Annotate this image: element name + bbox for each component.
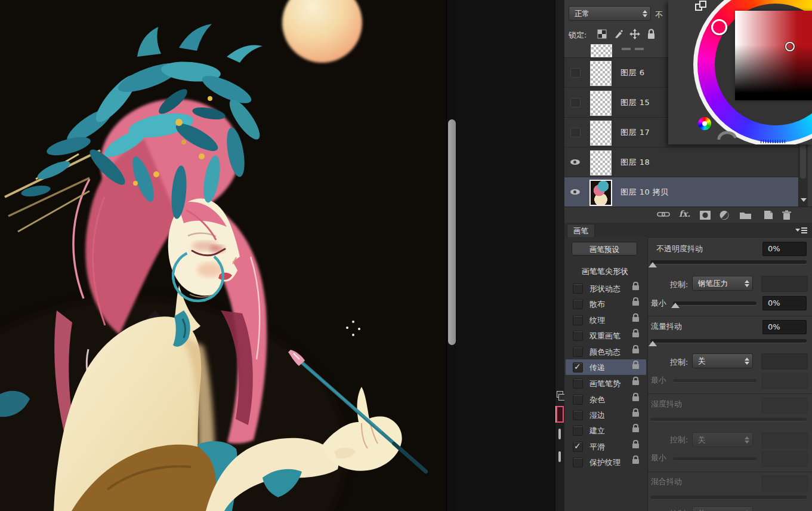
dock-grip[interactable]: [558, 451, 561, 462]
slider-handle[interactable]: [649, 341, 657, 346]
opacity-jitter-slider[interactable]: [650, 260, 807, 264]
dynamics-item[interactable]: 颜色动态: [566, 344, 646, 359]
new-group-folder-icon[interactable]: [739, 210, 752, 220]
lock-icon[interactable]: [632, 317, 639, 322]
lock-icon[interactable]: [632, 427, 639, 432]
clipped-layer-thumbnail[interactable]: [591, 44, 612, 57]
dynamics-item[interactable]: 纹理: [566, 312, 646, 328]
minimum-label: 最小: [651, 452, 666, 463]
dynamics-item[interactable]: 散布: [566, 296, 646, 312]
updown-arrows-icon: [745, 280, 749, 287]
layer-row-selected[interactable]: 图层 10 拷贝: [564, 177, 808, 207]
layer-thumbnail-artwork[interactable]: [589, 180, 612, 206]
lock-icon[interactable]: [632, 301, 639, 306]
layer-thumbnail[interactable]: [590, 61, 612, 86]
mix-jitter-label: 混合抖动: [651, 476, 682, 487]
visibility-toggle[interactable]: [570, 68, 581, 78]
dynamics-item[interactable]: 杂色: [566, 392, 646, 407]
lock-all-icon[interactable]: [646, 28, 656, 40]
layers-footer-bar: fx.: [564, 207, 812, 223]
slider-handle[interactable]: [649, 262, 657, 267]
layer-row[interactable]: 图层 18: [564, 147, 808, 177]
layer-thumbnail[interactable]: [590, 121, 612, 146]
dynamics-item[interactable]: 建立: [566, 423, 646, 438]
wetness-slider-disabled: [650, 418, 807, 421]
scroll-down-arrow-icon[interactable]: [801, 198, 807, 202]
canvas-scrollbar-thumb[interactable]: [448, 119, 456, 345]
flow-jitter-slider[interactable]: [650, 339, 807, 343]
layer-name: 图层 15: [620, 97, 650, 108]
lock-icon[interactable]: [632, 444, 639, 448]
blend-mode-value: 正常: [575, 9, 589, 18]
new-layer-icon[interactable]: [763, 210, 774, 220]
minimum-slider[interactable]: [673, 301, 757, 305]
brush-presets-button[interactable]: 画笔预设: [572, 242, 637, 256]
flow-jitter-value[interactable]: 0%: [762, 320, 807, 334]
dynamics-item[interactable]: 湿边: [566, 407, 646, 423]
hue-selector[interactable]: [711, 19, 727, 35]
canvas-viewport[interactable]: [0, 0, 446, 511]
layer-thumbnail[interactable]: [590, 150, 612, 176]
checkbox[interactable]: [573, 395, 583, 405]
lock-icon[interactable]: [632, 396, 639, 401]
adjustment-layer-icon[interactable]: [719, 210, 730, 220]
layer-name: 图层 17: [620, 127, 650, 138]
checkbox[interactable]: [573, 347, 583, 357]
lock-position-move-icon[interactable]: [629, 28, 641, 40]
dynamics-item[interactable]: 平滑: [566, 439, 646, 454]
minimum-value[interactable]: 0%: [762, 296, 807, 310]
checkbox[interactable]: [573, 457, 583, 467]
dynamics-item[interactable]: 形状动态: [566, 281, 646, 296]
updown-arrows-icon: [643, 10, 647, 17]
color-wheel-mode-icon[interactable]: [698, 117, 711, 130]
updown-arrows-icon: [745, 358, 749, 365]
layer-style-fx-icon[interactable]: fx.: [679, 209, 690, 218]
visibility-toggle[interactable]: [570, 158, 579, 166]
lock-transparency-icon[interactable]: [597, 29, 607, 39]
checkbox[interactable]: [573, 284, 583, 294]
blend-mode-dropdown[interactable]: 正常: [569, 6, 651, 21]
delete-layer-trash-icon[interactable]: [781, 210, 792, 220]
saturation-selector[interactable]: [785, 42, 795, 51]
checkbox[interactable]: [573, 442, 583, 452]
dynamics-item[interactable]: 保护纹理: [566, 454, 646, 470]
control-dropdown[interactable]: 关: [692, 353, 753, 368]
visibility-toggle[interactable]: [570, 187, 579, 196]
swap-swatches-icon[interactable]: [694, 1, 708, 11]
lock-pixels-brush-icon[interactable]: [613, 29, 624, 39]
lock-icon[interactable]: [632, 380, 639, 385]
control-dropdown[interactable]: 钢笔压力: [692, 276, 753, 291]
link-layers-icon[interactable]: [657, 210, 670, 218]
visibility-toggle[interactable]: [570, 128, 581, 137]
dynamics-item-transfer[interactable]: 传递: [566, 359, 646, 375]
tab-brush[interactable]: 画笔: [567, 224, 595, 238]
clipped-layer-remnant: [622, 48, 631, 50]
lock-icon[interactable]: [632, 459, 639, 464]
lock-icon[interactable]: [632, 364, 639, 369]
checkbox[interactable]: [573, 299, 583, 309]
foreground-color-swatch[interactable]: [556, 406, 564, 423]
lock-icon[interactable]: [632, 333, 639, 337]
lock-icon[interactable]: [632, 412, 639, 417]
canvas-vertical-scrollbar[interactable]: [446, 0, 458, 511]
slider-handle[interactable]: [671, 303, 680, 308]
checkbox[interactable]: [573, 331, 583, 341]
dynamics-item[interactable]: 画笔笔势: [566, 375, 646, 391]
rotate-arc-icon[interactable]: [717, 130, 737, 140]
opacity-jitter-value[interactable]: 0%: [762, 242, 807, 256]
panel-menu-icon[interactable]: [795, 227, 807, 234]
brush-tip-shape-item[interactable]: 画笔笔尖形状: [567, 263, 643, 278]
dynamics-item[interactable]: 双重画笔: [566, 328, 646, 343]
lock-icon[interactable]: [632, 285, 639, 290]
checkbox[interactable]: [573, 378, 583, 389]
lock-icon[interactable]: [632, 349, 639, 353]
layer-mask-icon[interactable]: [699, 210, 711, 220]
saturation-brightness-square[interactable]: [735, 11, 812, 100]
checkbox[interactable]: [573, 362, 583, 373]
dock-grip[interactable]: [558, 429, 561, 439]
checkbox[interactable]: [573, 426, 583, 436]
checkbox[interactable]: [573, 315, 583, 325]
layer-thumbnail[interactable]: [590, 91, 612, 116]
visibility-toggle[interactable]: [570, 98, 581, 107]
checkbox[interactable]: [573, 410, 583, 420]
